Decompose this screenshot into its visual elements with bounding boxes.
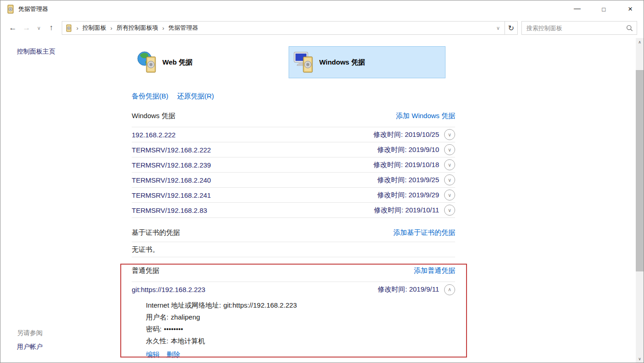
sidebar-see-also-label: 另请参阅 (17, 329, 43, 337)
breadcrumb-credential-manager[interactable]: 凭据管理器 (168, 24, 198, 32)
chevron-up-icon[interactable]: ∧ (444, 284, 455, 295)
credential-actions: 备份凭据(B) 还原凭据(R) (132, 92, 455, 101)
back-icon: ← (9, 23, 17, 33)
address-value: git:https://192.168.2.223 (223, 301, 297, 309)
credential-row[interactable]: TERMSRV/192.168.2.239 修改时间: 2019/10/18 ∨ (132, 157, 455, 173)
titlebar: 凭据管理器 — □ × (0, 0, 644, 18)
add-windows-credential-link[interactable]: 添加 Windows 凭据 (396, 112, 455, 120)
persistence-label: 永久性: (146, 337, 168, 345)
minimize-button[interactable]: — (564, 0, 590, 18)
credential-name: git:https://192.168.2.223 (132, 286, 205, 293)
certificate-credentials-section-header: 基于证书的凭据 添加基于证书的凭据 (132, 228, 455, 242)
delete-credential-link[interactable]: 删除 (166, 351, 180, 359)
credential-row[interactable]: TERMSRV/192.168.2.83 修改时间: 2019/10/11 ∨ (132, 203, 455, 218)
safe-app-icon (6, 5, 15, 14)
breadcrumb-all-items[interactable]: 所有控制面板项 (117, 24, 158, 32)
tab-label: Windows 凭据 (319, 58, 365, 67)
credential-name: 192.168.2.222 (132, 131, 176, 139)
web-credentials-icon (136, 50, 159, 74)
recent-pages-button[interactable]: ∨ (33, 21, 44, 35)
credential-name: TERMSRV/192.168.2.240 (132, 176, 211, 184)
search-box (521, 21, 637, 35)
detail-persistence: 永久性:本地计算机 (146, 335, 455, 347)
username-label: 用户名: (146, 313, 168, 321)
address-dropdown-icon[interactable]: ∨ (494, 25, 502, 31)
scrollbar-thumb[interactable] (636, 70, 644, 271)
breadcrumb-separator-icon: › (158, 25, 168, 32)
chevron-down-icon[interactable]: ∨ (444, 129, 455, 140)
breadcrumb-separator-icon: › (72, 25, 82, 32)
scroll-down-icon[interactable]: ∨ (636, 355, 644, 363)
password-value: •••••••• (164, 325, 183, 333)
add-generic-credential-link[interactable]: 添加普通凭据 (414, 266, 455, 275)
persistence-value: 本地计算机 (171, 337, 205, 345)
windows-credentials-list: 192.168.2.222 修改时间: 2019/10/25 ∨ TERMSRV… (132, 127, 455, 218)
credential-row[interactable]: TERMSRV/192.168.2.241 修改时间: 2019/9/29 ∨ (132, 188, 455, 203)
search-input[interactable] (526, 25, 626, 32)
breadcrumb-separator-icon: › (106, 25, 116, 32)
tab-web-credentials[interactable]: Web 凭据 (132, 46, 289, 78)
address-bar[interactable]: › 控制面板 › 所有控制面板项 › 凭据管理器 ∨ (62, 21, 505, 35)
credential-name: TERMSRV/192.168.2.241 (132, 191, 211, 199)
up-button[interactable]: ↑ (44, 21, 58, 35)
credential-modified: 修改时间: 2019/10/11 (374, 206, 439, 215)
window-title: 凭据管理器 (18, 5, 48, 13)
sidebar-item-user-accounts[interactable]: 用户帐户 (17, 343, 43, 351)
forward-button[interactable]: → (20, 21, 33, 35)
main-content: Web 凭据 Windo (132, 38, 455, 362)
edit-credential-link[interactable]: 编辑 (146, 351, 160, 359)
chevron-down-icon: ∨ (37, 25, 41, 31)
credential-row[interactable]: TERMSRV/192.168.2.222 修改时间: 2019/9/10 ∨ (132, 142, 455, 157)
refresh-button[interactable]: ↻ (505, 21, 518, 35)
credential-details: Internet 地址或网络地址:git:https://192.168.2.2… (132, 297, 455, 363)
credential-modified: 修改时间: 2019/10/18 (374, 161, 439, 169)
sidebar: 控制面板主页 另请参阅 用户帐户 (1, 38, 132, 362)
section-title: Windows 凭据 (132, 112, 175, 120)
add-certificate-credential-link[interactable]: 添加基于证书的凭据 (393, 228, 455, 237)
credential-modified: 修改时间: 2019/9/29 (377, 191, 439, 200)
password-label: 密码: (146, 325, 161, 333)
backup-credentials-link[interactable]: 备份凭据(B) (132, 92, 168, 101)
up-icon: ↑ (49, 23, 54, 33)
window-controls: — □ × (564, 0, 644, 18)
restore-credentials-link[interactable]: 还原凭据(R) (177, 92, 214, 101)
chevron-down-icon[interactable]: ∨ (444, 159, 455, 170)
sidebar-item-control-panel-home[interactable]: 控制面板主页 (17, 48, 55, 56)
no-certificates-text: 无证书。 (132, 242, 455, 257)
credential-type-tabs: Web 凭据 Windo (132, 46, 455, 78)
chevron-down-icon[interactable]: ∨ (444, 205, 455, 216)
back-button[interactable]: ← (6, 21, 20, 35)
chevron-down-icon[interactable]: ∨ (444, 190, 455, 200)
chevron-down-icon[interactable]: ∨ (444, 144, 455, 155)
tab-windows-credentials[interactable]: Windows 凭据 (289, 46, 445, 78)
credential-row[interactable]: TERMSRV/192.168.2.240 修改时间: 2019/9/25 ∨ (132, 173, 455, 188)
credential-manager-window: 凭据管理器 — □ × ← → ∨ ↑ › 控制面板 › 所有控制面板项 › 凭… (0, 0, 644, 363)
credential-row[interactable]: 192.168.2.222 修改时间: 2019/10/25 ∨ (132, 127, 455, 142)
credential-modified: 修改时间: 2019/9/25 (377, 176, 439, 184)
detail-address: Internet 地址或网络地址:git:https://192.168.2.2… (146, 299, 455, 311)
scroll-up-icon[interactable]: ∧ (636, 38, 644, 46)
chevron-down-icon[interactable]: ∨ (444, 174, 455, 185)
search-icon[interactable] (626, 25, 633, 32)
credential-row-expanded[interactable]: git:https://192.168.2.223 修改时间: 2019/9/1… (132, 282, 455, 297)
vertical-scrollbar[interactable]: ∧ ∨ (636, 38, 644, 363)
windows-credentials-section-header: Windows 凭据 添加 Windows 凭据 (132, 112, 455, 127)
safe-breadcrumb-icon (65, 24, 72, 32)
maximize-button[interactable]: □ (590, 0, 617, 18)
credential-modified: 修改时间: 2019/9/10 (377, 146, 439, 154)
maximize-icon: □ (602, 6, 606, 13)
credential-name: TERMSRV/192.168.2.83 (132, 206, 207, 214)
credential-name: TERMSRV/192.168.2.239 (132, 161, 211, 169)
address-label: Internet 地址或网络地址: (146, 301, 221, 309)
section-title: 基于证书的凭据 (132, 228, 180, 237)
detail-username: 用户名:zhalipeng (146, 311, 455, 323)
close-button[interactable]: × (617, 0, 644, 18)
credential-modified: 修改时间: 2019/10/25 (374, 130, 439, 139)
close-icon: × (628, 5, 633, 14)
detail-password: 密码:•••••••• (146, 323, 455, 335)
forward-icon: → (23, 23, 31, 33)
breadcrumb-control-panel[interactable]: 控制面板 (82, 24, 106, 32)
credential-name: TERMSRV/192.168.2.222 (132, 146, 211, 154)
tab-label: Web 凭据 (162, 58, 193, 67)
app-body: 控制面板主页 另请参阅 用户帐户 (1, 38, 643, 362)
